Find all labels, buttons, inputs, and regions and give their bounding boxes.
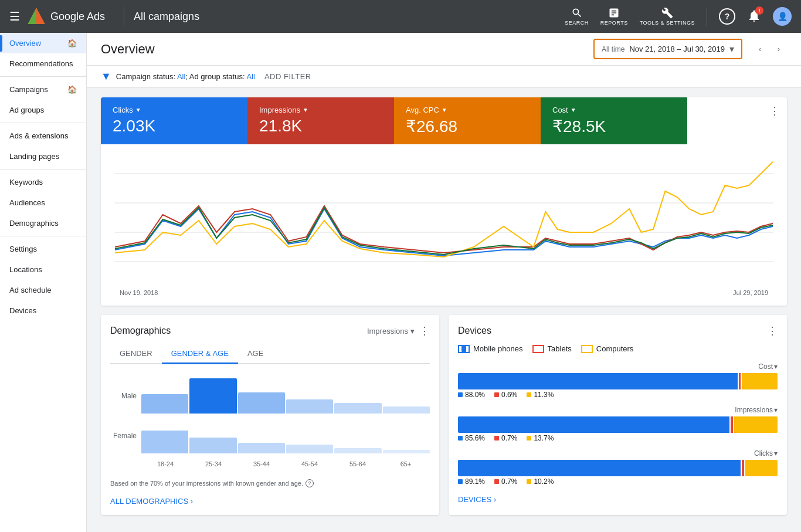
metric-tab-cost[interactable]: Cost ▼ ₹28.5K: [541, 97, 687, 144]
impressions-computer-segment: [734, 416, 778, 433]
sidebar-item-settings[interactable]: Settings: [0, 239, 86, 259]
age-label-65plus: 65+: [382, 460, 430, 467]
impressions-mobile-pct: 85.6%: [458, 434, 485, 442]
reports-nav-btn[interactable]: REPORTS: [600, 7, 628, 26]
sidebar-item-locations[interactable]: Locations: [0, 259, 86, 280]
sidebar-item-audiences[interactable]: Audiences: [0, 192, 86, 213]
sidebar-item-campaigns[interactable]: Campaigns 🏠: [0, 79, 86, 100]
demo-tab-age[interactable]: AGE: [238, 344, 273, 363]
bottom-panels: Demographics Impressions ▾ ⋮ GENDER GEND…: [101, 315, 787, 515]
help-button[interactable]: ?: [719, 8, 735, 25]
male-bar-35-44: [238, 378, 285, 414]
sidebar-item-demographics[interactable]: Demographics: [0, 213, 86, 233]
demographics-dropdown[interactable]: Impressions ▾: [367, 327, 415, 336]
logo: Google Ads: [27, 7, 114, 26]
cost-bar-label[interactable]: Cost ▾: [758, 362, 778, 371]
campaign-status-link[interactable]: All: [177, 72, 185, 81]
user-avatar[interactable]: 👤: [773, 7, 792, 26]
main-content: Overview All time Nov 21, 2018 – Jul 30,…: [87, 33, 801, 532]
impressions-label: Impressions ▼: [259, 106, 382, 114]
search-nav-btn[interactable]: SEARCH: [565, 7, 589, 26]
cpc-dropdown-arrow: ▼: [442, 107, 447, 113]
demo-tab-gender-age[interactable]: GENDER & AGE: [162, 344, 238, 364]
female-bars: [141, 418, 430, 453]
male-bar-45-54: [286, 378, 333, 414]
sidebar-label-recommendations: Recommendations: [9, 59, 73, 68]
demographics-dropdown-label: Impressions: [367, 327, 408, 336]
female-bar-35-44: [238, 418, 285, 453]
cost-tablet-value: 0.6%: [501, 391, 517, 399]
campaign-title: All campaigns: [134, 11, 199, 23]
sidebar-item-landing-pages[interactable]: Landing pages: [0, 146, 86, 167]
sidebar-label-adgroups: Ad groups: [9, 106, 44, 114]
notifications-bell[interactable]: !: [747, 9, 761, 25]
clicks-bar-label[interactable]: Clicks ▾: [754, 449, 778, 458]
cost-computer-pct: 11.3%: [527, 391, 554, 399]
age-label-35-44: 35-44: [237, 460, 286, 467]
dropdown-chevron-icon: ▾: [410, 327, 415, 336]
clicks-dropdown-arrow: ▼: [135, 107, 141, 113]
sidebar-item-keywords[interactable]: Keywords: [0, 172, 86, 192]
home-icon: 🏠: [67, 39, 77, 48]
mobile-legend-label: Mobile phones: [473, 344, 523, 353]
date-range-selector[interactable]: All time Nov 21, 2018 – Jul 30, 2019 ▾: [593, 39, 742, 59]
sidebar-item-adschedule[interactable]: Ad schedule: [0, 280, 86, 300]
date-range-value: Nov 21, 2018 – Jul 30, 2019: [629, 45, 725, 53]
demo-tab-gender[interactable]: GENDER: [110, 344, 162, 363]
impressions-pct-row: 85.6% 0.7% 13.7%: [458, 434, 778, 442]
sidebar-label-demographics: Demographics: [9, 219, 59, 228]
demographics-note: Based on the 70% of your impressions wit…: [110, 479, 430, 487]
sidebar-item-adgroups[interactable]: Ad groups: [0, 100, 86, 120]
date-next-button[interactable]: ›: [771, 41, 787, 57]
computer-legend-label: Computers: [596, 344, 634, 353]
female-bar-65plus: [383, 418, 430, 453]
impressions-tablet-value: 0.7%: [501, 434, 517, 442]
demographics-more-options[interactable]: ⋮: [419, 324, 430, 337]
cpc-value: ₹26.68: [406, 117, 529, 136]
sidebar-item-ads-extensions[interactable]: Ads & extensions: [0, 126, 86, 146]
impressions-tablet-pct: 0.7%: [494, 434, 517, 442]
device-legend: Mobile phones Tablets Computers: [458, 344, 778, 353]
all-demographics-link[interactable]: ALL DEMOGRAPHICS ›: [110, 497, 430, 506]
metric-tab-impressions[interactable]: Impressions ▼ 21.8K: [247, 97, 394, 144]
impressions-mobile-value: 85.6%: [465, 434, 485, 442]
cost-mobile-segment: [458, 373, 738, 389]
sidebar-item-devices[interactable]: Devices: [0, 300, 86, 321]
devices-title: Devices: [458, 326, 491, 336]
metric-tab-clicks[interactable]: Clicks ▼ 2.03K: [101, 97, 247, 144]
impressions-bar-label[interactable]: Impressions ▾: [735, 406, 778, 414]
impressions-bar-track: [458, 416, 778, 433]
impressions-computer-dot: [527, 436, 531, 440]
cost-tablet-dot: [494, 392, 499, 397]
cost-computer-segment: [742, 373, 778, 389]
tools-nav-btn[interactable]: TOOLS & SETTINGS: [640, 7, 695, 26]
metric-tab-cpc[interactable]: Avg. CPC ▼ ₹26.68: [394, 97, 541, 144]
top-nav-right: SEARCH REPORTS TOOLS & SETTINGS ? ! 👤: [565, 7, 792, 26]
sidebar: Overview 🏠 Recommendations Campaigns 🏠 A…: [0, 33, 87, 532]
sidebar-label-adschedule: Ad schedule: [9, 286, 52, 294]
cost-value: ₹28.5K: [552, 117, 676, 136]
tablet-legend-label: Tablets: [548, 344, 572, 353]
all-devices-link[interactable]: DEVICES ›: [458, 495, 778, 504]
age-labels: 18-24 25-34 35-44 45-54 55-64 65+: [110, 458, 430, 467]
sidebar-item-overview[interactable]: Overview 🏠: [0, 33, 86, 53]
date-prev-button[interactable]: ‹: [752, 41, 768, 57]
campaigns-home-icon: 🏠: [67, 85, 77, 94]
clicks-mobile-pct: 89.1%: [458, 477, 485, 486]
cpc-label: Avg. CPC ▼: [406, 106, 529, 114]
impressions-dropdown-arrow: ▼: [303, 107, 308, 113]
clicks-computer-segment: [745, 460, 778, 476]
sidebar-item-recommendations[interactable]: Recommendations: [0, 53, 86, 74]
brand-name: Google Ads: [50, 11, 105, 23]
clicks-label: Clicks ▼: [113, 106, 236, 114]
add-filter-button[interactable]: ADD FILTER: [264, 72, 311, 81]
gender-row-male: Male: [110, 378, 430, 414]
devices-more-options[interactable]: ⋮: [767, 324, 778, 337]
metrics-row: Clicks ▼ 2.03K Impressions ▼ 21.8K Avg. …: [101, 97, 787, 144]
male-bar-18-24: [141, 378, 188, 414]
hamburger-menu[interactable]: ☰: [9, 9, 20, 23]
impressions-value: 21.8K: [259, 117, 382, 135]
adgroup-status-link[interactable]: All: [246, 72, 254, 81]
clicks-computer-pct: 10.2%: [527, 477, 554, 486]
metrics-more-options[interactable]: ⋮: [769, 104, 780, 117]
